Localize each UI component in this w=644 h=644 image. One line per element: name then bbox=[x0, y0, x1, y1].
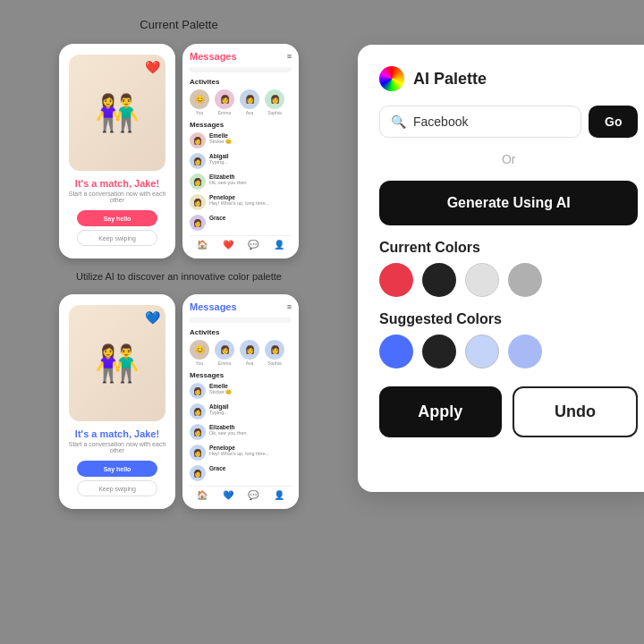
avatar-ava-bottom: 👩 Ava bbox=[240, 340, 259, 366]
search-icon: 🔍 bbox=[391, 114, 406, 129]
msg-search-bottom[interactable] bbox=[190, 318, 292, 323]
msg-avatar-elizabeth-top: 👩 bbox=[190, 174, 206, 190]
msg-name-elizabeth-top: Elizabeth bbox=[209, 174, 292, 180]
msg-content-penelope-bottom: Penelope Hey! What's up, long time... bbox=[209, 445, 292, 456]
search-input[interactable] bbox=[413, 114, 570, 129]
undo-button[interactable]: Undo bbox=[513, 386, 639, 437]
msg-header-top: Messages ≡ bbox=[190, 51, 292, 62]
apply-button[interactable]: Apply bbox=[379, 386, 502, 437]
avatar-emma-bottom: 👩 Emma bbox=[215, 340, 234, 366]
suggested-swatch-light-blue[interactable] bbox=[465, 335, 499, 369]
say-hello-btn-top[interactable]: Say hello bbox=[77, 210, 157, 226]
msg-avatar-abigail-bottom: 👩 bbox=[190, 403, 206, 419]
current-swatch-black[interactable] bbox=[422, 263, 456, 297]
msg-messages-title-bottom: Messages bbox=[190, 371, 292, 379]
generate-btn[interactable]: Generate Using AI bbox=[379, 181, 638, 225]
profile-icon-bottom: 👤 bbox=[274, 490, 284, 500]
msg-menu-icon-top[interactable]: ≡ bbox=[287, 52, 292, 61]
avatar-label-sophia-bottom: Sophia bbox=[267, 360, 282, 366]
msg-title-bottom: Messages bbox=[190, 301, 237, 312]
avatar-label-ava-bottom: Ava bbox=[246, 360, 254, 366]
suggested-colors-title: Suggested Colors bbox=[379, 311, 638, 327]
msg-activities-title-bottom: Activites bbox=[190, 328, 292, 336]
avatar-ava-top: 👩 Ava bbox=[240, 89, 259, 115]
msg-name-penelope-bottom: Penelope bbox=[209, 445, 292, 451]
avatar-you-bottom: 😊 You bbox=[190, 340, 209, 366]
msg-avatar-penelope-top: 👩 bbox=[190, 194, 206, 210]
msg-item-elizabeth-bottom: 👩 Elizabeth Ok, see you then bbox=[190, 424, 292, 440]
msg-content-emelle-bottom: Emelle Sticker 😊 bbox=[209, 383, 292, 394]
say-hello-btn-bottom[interactable]: Say hello bbox=[77, 461, 157, 477]
msg-content-abigail-top: Abigail Typing... bbox=[209, 153, 292, 165]
msg-content-penelope-top: Penelope Hey! What's up, long time... bbox=[209, 194, 292, 206]
bottom-description-label: Utilize AI to discover an innovative col… bbox=[18, 271, 340, 282]
current-colors-section: Current Colors bbox=[379, 240, 638, 297]
msg-name-grace-top: Grace bbox=[209, 215, 292, 221]
suggested-colors-section: Suggested Colors bbox=[379, 311, 638, 369]
current-swatch-gray[interactable] bbox=[508, 263, 542, 297]
avatar-circle-sophia-top: 👩 bbox=[265, 89, 284, 109]
photo-emoji-bottom: 👫 bbox=[95, 343, 140, 385]
messages-phone-top: Messages ≡ Activites 😊 You 👩 Emma 👩 bbox=[182, 44, 299, 258]
keep-swiping-btn-top[interactable]: Keep swiping bbox=[77, 230, 157, 246]
avatar-circle-ava-bottom: 👩 bbox=[240, 340, 259, 360]
current-swatch-light-gray[interactable] bbox=[465, 263, 499, 297]
avatar-label-sophia-top: Sophia bbox=[267, 110, 282, 115]
avatar-label-you-top: You bbox=[196, 110, 203, 115]
msg-activities-title-top: Activites bbox=[190, 78, 292, 86]
suggested-color-swatches bbox=[379, 335, 638, 369]
msg-name-elizabeth-bottom: Elizabeth bbox=[209, 424, 292, 430]
msg-preview-abigail-bottom: Typing... bbox=[209, 410, 292, 415]
current-swatch-red[interactable] bbox=[379, 263, 413, 297]
avatars-row-top: 😊 You 👩 Emma 👩 Ava 👩 Sophia bbox=[190, 89, 292, 115]
suggested-swatch-black[interactable] bbox=[422, 335, 456, 369]
msg-name-abigail-top: Abigail bbox=[209, 153, 292, 159]
msg-avatar-emelle-bottom: 👩 bbox=[190, 383, 206, 399]
suggested-swatch-blue[interactable] bbox=[379, 335, 413, 369]
avatar-circle-you-bottom: 😊 bbox=[190, 340, 209, 360]
msg-item-abigail-top: 👩 Abigail Typing... bbox=[190, 153, 292, 169]
heart-badge-top: ❤️ bbox=[145, 60, 160, 74]
msg-item-penelope-bottom: 👩 Penelope Hey! What's up, long time... bbox=[190, 445, 292, 461]
msg-content-emelle-top: Emelle Sticker 😊 bbox=[209, 132, 292, 144]
msg-avatar-elizabeth-bottom: 👩 bbox=[190, 424, 206, 440]
match-text-top: It's a match, Jake! bbox=[75, 178, 159, 189]
msg-item-penelope-top: 👩 Penelope Hey! What's up, long time... bbox=[190, 194, 292, 210]
msg-avatar-emelle-top: 👩 bbox=[190, 132, 206, 148]
avatar-circle-emma-bottom: 👩 bbox=[215, 340, 234, 360]
messages-phone-bottom: Messages ≡ Activites 😊 You 👩 Emma 👩 bbox=[182, 294, 299, 509]
chat-icon-bottom: 💬 bbox=[248, 490, 258, 500]
msg-header-bottom: Messages ≡ bbox=[190, 301, 292, 312]
msg-avatar-grace-bottom: 👩 bbox=[190, 465, 206, 481]
palette-title: AI Palette bbox=[413, 70, 487, 89]
msg-avatar-penelope-bottom: 👩 bbox=[190, 445, 206, 461]
msg-item-grace-top: 👩 Grace bbox=[190, 215, 292, 231]
avatar-circle-you-top: 😊 bbox=[190, 89, 209, 109]
palette-header: AI Palette bbox=[379, 66, 638, 91]
msg-menu-icon-bottom[interactable]: ≡ bbox=[287, 302, 292, 311]
photo-emoji-top: 👫 bbox=[95, 92, 140, 134]
suggested-swatch-medium-blue[interactable] bbox=[508, 335, 542, 369]
msg-name-emelle-bottom: Emelle bbox=[209, 383, 292, 389]
current-color-swatches bbox=[379, 263, 638, 297]
avatar-label-emma-bottom: Emma bbox=[218, 360, 231, 366]
msg-bottom-nav-bottom: 🏠 💙 💬 👤 bbox=[190, 486, 292, 502]
ai-icon bbox=[379, 66, 404, 91]
home-icon-top: 🏠 bbox=[197, 240, 208, 250]
main-container: Current Palette 👫 ❤️ It's a match, Jake!… bbox=[0, 0, 644, 644]
dating-phone-bottom: 👫 💙 It's a match, Jake! Start a conversa… bbox=[59, 294, 175, 509]
msg-preview-elizabeth-top: Ok, see you then bbox=[209, 180, 292, 185]
msg-preview-emelle-top: Sticker 😊 bbox=[209, 139, 292, 144]
msg-search-top[interactable] bbox=[190, 67, 292, 72]
bottom-phone-pair: 👫 💙 It's a match, Jake! Start a conversa… bbox=[18, 294, 340, 509]
avatar-circle-sophia-bottom: 👩 bbox=[265, 340, 284, 360]
avatar-sophia-bottom: 👩 Sophia bbox=[265, 340, 284, 366]
profile-icon-top: 👤 bbox=[274, 240, 284, 250]
dating-photo-area-bottom: 👫 💙 bbox=[69, 305, 165, 421]
go-button[interactable]: Go bbox=[589, 106, 638, 138]
msg-preview-elizabeth-bottom: Ok, see you then bbox=[209, 430, 292, 436]
msg-avatar-grace-top: 👩 bbox=[190, 215, 206, 231]
keep-swiping-btn-bottom[interactable]: Keep swiping bbox=[77, 480, 157, 496]
msg-preview-emelle-bottom: Sticker 😊 bbox=[209, 389, 292, 394]
dating-photo-area-top: 👫 ❤️ bbox=[69, 55, 165, 171]
